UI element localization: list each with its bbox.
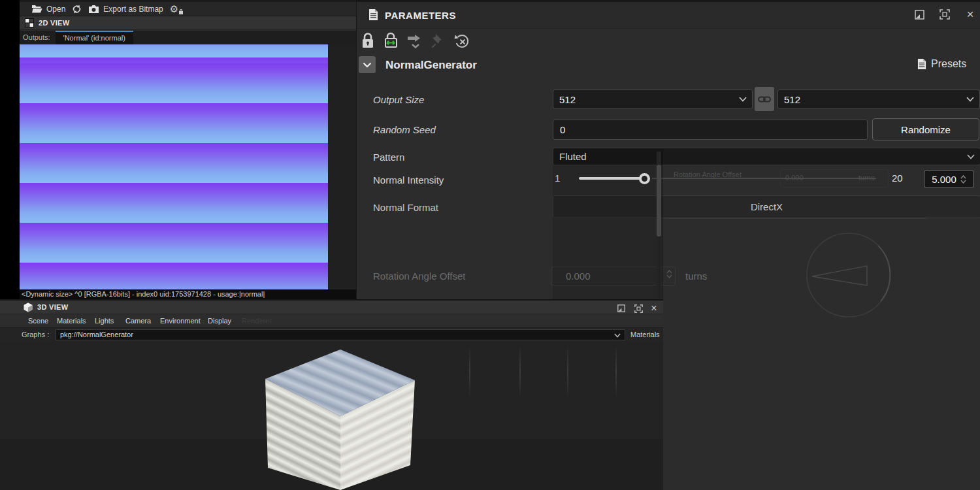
graph-dropdown[interactable]: pkg://NormalGenerator xyxy=(56,329,625,340)
dock-panel-button[interactable] xyxy=(913,8,926,21)
chain-link-icon xyxy=(758,95,771,103)
tab-normal-output[interactable]: 'Normal' (id:normal) xyxy=(56,31,133,44)
menu-lights[interactable]: Lights xyxy=(95,317,114,325)
menu-environment[interactable]: Environment xyxy=(160,317,201,325)
pattern-value: Fluted xyxy=(559,151,587,162)
rotation-angle-value: 0.000 xyxy=(566,270,591,282)
chevron-down-icon xyxy=(614,333,621,338)
collapse-node-button[interactable] xyxy=(359,56,376,73)
ghost-streak xyxy=(567,345,568,399)
pin-icon xyxy=(431,32,444,49)
lock-icon xyxy=(361,32,375,50)
left-margin xyxy=(0,0,20,342)
maximize-panel-button[interactable] xyxy=(938,8,951,21)
parameters-toolbar xyxy=(357,29,980,52)
menu-display[interactable]: Display xyxy=(208,317,231,325)
ghost-streak xyxy=(469,345,470,399)
output-height-dropdown[interactable]: 512 xyxy=(777,90,980,109)
reset-icon xyxy=(453,32,470,50)
maximize-3d-button[interactable] xyxy=(632,302,645,315)
slider-min-label: 1 xyxy=(555,172,560,184)
close-icon: × xyxy=(966,7,973,22)
mini-lock-icon xyxy=(178,9,184,14)
spin-down-icon[interactable] xyxy=(666,274,672,278)
slider-handle[interactable] xyxy=(639,173,650,184)
dock-3d-button[interactable] xyxy=(615,302,628,315)
parameters-scrollbar[interactable] xyxy=(657,152,661,299)
spin-up-icon[interactable] xyxy=(666,270,672,274)
rotation-angle-label: Rotation Angle Offset xyxy=(373,270,465,282)
pattern-dropdown[interactable]: Fluted xyxy=(553,148,980,165)
view3d-titlebar: 3D VIEW × xyxy=(0,301,663,314)
rotation-dial[interactable] xyxy=(803,229,894,321)
random-seed-input[interactable]: 0 xyxy=(553,120,868,140)
normal-format-button[interactable]: DirectX xyxy=(553,195,980,218)
close-icon: × xyxy=(651,302,657,314)
normal-map-image[interactable] xyxy=(20,44,328,289)
dock-icon xyxy=(915,10,924,20)
dock-icon xyxy=(617,304,625,312)
chevron-down-icon xyxy=(966,97,974,102)
menu-camera[interactable]: Camera xyxy=(125,317,151,325)
link-size-button[interactable] xyxy=(755,87,774,111)
view2d-tabbar: Outputs: 'Normal' (id:normal) xyxy=(20,31,356,44)
maximize-icon xyxy=(939,9,950,20)
resize-lock-button[interactable] xyxy=(383,32,399,50)
graph-value: pkg://NormalGenerator xyxy=(60,331,133,338)
graphs-label: Graphs : xyxy=(22,331,49,338)
pin-button[interactable] xyxy=(431,32,444,49)
chevron-down-icon xyxy=(363,62,372,68)
settings-button[interactable]: ⚙ xyxy=(170,4,184,14)
refresh-button[interactable] xyxy=(72,5,82,14)
view3d-menubar: Scene Materials Lights Camera Environmen… xyxy=(0,314,663,328)
slider-track[interactable] xyxy=(652,178,876,179)
view2d-title: 2D VIEW xyxy=(39,19,69,27)
view3d-graphs-bar: Graphs : pkg://NormalGenerator Materials xyxy=(0,328,663,342)
maximize-icon xyxy=(634,304,643,313)
parameters-titlebar: PARAMETERS xyxy=(357,0,980,29)
folder-open-icon xyxy=(31,5,42,13)
refresh-icon xyxy=(72,5,82,14)
close-panel-button[interactable]: × xyxy=(964,8,977,21)
open-label: Open xyxy=(46,5,65,14)
normal-format-label: Normal Format xyxy=(373,202,438,213)
camera-icon xyxy=(88,5,99,13)
slider-track-filled[interactable] xyxy=(579,177,644,180)
menu-scene[interactable]: Scene xyxy=(28,317,48,325)
lock-parameters-button[interactable] xyxy=(361,32,375,50)
outputs-label: Outputs: xyxy=(20,31,56,44)
menu-renderer: Renderer xyxy=(242,317,272,325)
view2d-titlebar: 2D VIEW xyxy=(20,16,356,30)
output-height-value: 512 xyxy=(784,94,800,105)
materials-button[interactable]: Materials xyxy=(630,331,660,338)
view3d-title: 3D VIEW xyxy=(37,303,68,311)
arrow-follow-icon xyxy=(406,32,423,50)
random-seed-label: Random Seed xyxy=(373,124,436,135)
view2d-status-bar: <Dynamic size> ^0 [RGBA-16bits] - index0… xyxy=(20,289,356,299)
spin-down-icon[interactable] xyxy=(960,180,966,184)
export-bitmap-button[interactable]: Export as Bitmap xyxy=(88,5,163,14)
rotation-angle-unit: turns xyxy=(685,270,707,282)
close-3d-button[interactable]: × xyxy=(647,302,661,315)
normal-format-value: DirectX xyxy=(751,201,783,212)
menu-materials[interactable]: Materials xyxy=(57,317,86,325)
slider-max-label: 20 xyxy=(892,172,903,184)
reset-parameters-button[interactable] xyxy=(453,32,470,50)
output-width-value: 512 xyxy=(559,94,576,105)
output-width-dropdown[interactable]: 512 xyxy=(553,90,753,109)
document-icon xyxy=(368,9,378,21)
cube-icon xyxy=(24,302,33,312)
spin-up-icon[interactable] xyxy=(960,175,966,179)
pattern-label: Pattern xyxy=(373,152,404,163)
open-button[interactable]: Open xyxy=(31,5,65,14)
output-size-label: Output Size xyxy=(373,94,424,105)
cube-mesh[interactable] xyxy=(253,345,425,490)
normal-intensity-spinbox[interactable]: 5.000 xyxy=(924,170,974,188)
export-label: Export as Bitmap xyxy=(103,5,163,14)
presets-button[interactable]: Presets xyxy=(917,58,966,70)
ghost-streak xyxy=(519,345,521,399)
randomize-button[interactable]: Randomize xyxy=(872,118,979,140)
ghost-edge-line xyxy=(664,218,928,219)
follow-selection-button[interactable] xyxy=(406,32,423,50)
scrollbar-thumb[interactable] xyxy=(657,165,661,237)
